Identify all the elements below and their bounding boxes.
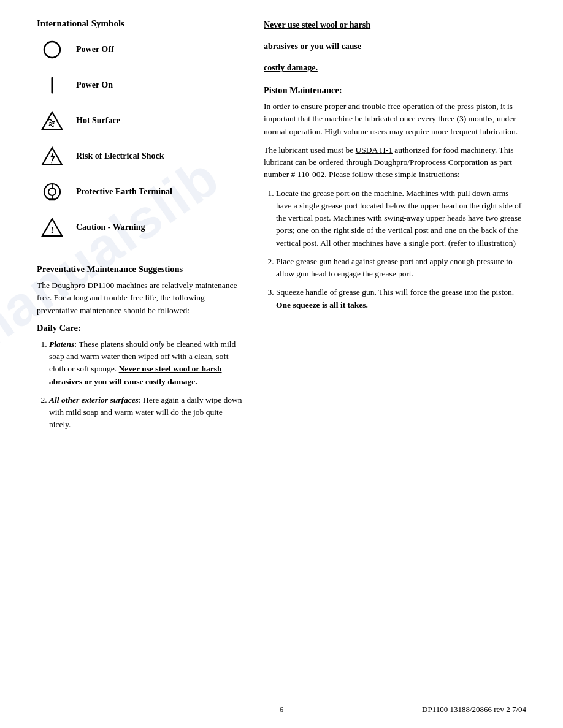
exterior-label: All other exterior surfaces: [49, 395, 139, 404]
caution-warning-icon: !: [37, 216, 67, 238]
piston-title: Piston Maintenance:: [264, 85, 526, 96]
svg-text:!: !: [51, 226, 54, 235]
power-on-label: Power On: [76, 80, 113, 90]
right-header: Never use steel wool or harsh abrasives …: [264, 18, 526, 74]
piston-usda: USDA H-1: [356, 145, 393, 154]
symbol-row-earth-terminal: Protective Earth Terminal: [37, 181, 245, 203]
right-header-line2: abrasives or you will cause: [264, 40, 526, 53]
svg-point-0: [44, 42, 60, 58]
piston-step-3: Squeeze handle of grease gun. This will …: [276, 286, 526, 311]
symbol-row-power-off: Power Off: [37, 39, 245, 61]
symbol-row-power-on: Power On: [37, 74, 245, 96]
power-off-label: Power Off: [76, 45, 114, 55]
piston-step-2: Place grease gun head against grease por…: [276, 256, 526, 281]
left-section-title: International Symbols: [37, 18, 245, 29]
earth-terminal-icon: [37, 181, 67, 203]
right-header-line3: costly damage.: [264, 61, 526, 74]
power-off-icon: [37, 39, 67, 61]
piston-step3-start: Squeeze handle of grease gun. This will …: [276, 287, 514, 297]
platens-only: only: [150, 339, 164, 349]
electrical-shock-icon: [37, 145, 67, 167]
daily-care-list: Platens: These platens should only be cl…: [37, 338, 245, 431]
right-header-line1: Never use steel wool or harsh: [264, 18, 526, 31]
platens-rest-1: : These platens should: [74, 339, 150, 349]
piston-step3-bold: One squeeze is all it takes.: [276, 300, 368, 309]
daily-care-item-1: Platens: These platens should only be cl…: [49, 338, 245, 388]
earth-terminal-label: Protective Earth Terminal: [76, 187, 172, 197]
symbol-row-electrical-shock: Risk of Electrical Shock: [37, 145, 245, 167]
daily-care-item-2: All other exterior surfaces: Here again …: [49, 394, 245, 431]
daily-care-title: Daily Care:: [37, 323, 245, 333]
svg-point-5: [48, 188, 56, 195]
platens-label: Platens: [49, 339, 74, 349]
symbol-row-caution: ! Caution - Warning: [37, 216, 245, 238]
symbol-row-hot-surface: Hot Surface: [37, 110, 245, 132]
piston-steps: Locate the grease port on the machine. M…: [264, 188, 526, 311]
footer-right: DP1100 13188/20866 rev 2 7/04: [422, 705, 526, 715]
electrical-shock-label: Risk of Electrical Shock: [76, 151, 164, 161]
preventative-title: Preventative Maintenance Suggestions: [37, 264, 245, 275]
power-on-icon: [37, 74, 67, 96]
piston-para2-start: The lubricant used must be: [264, 145, 356, 154]
piston-step-1: Locate the grease port on the machine. M…: [276, 188, 526, 249]
hot-surface-icon: [37, 110, 67, 132]
preventative-intro: The Doughpro DP1100 machines are relativ…: [37, 279, 245, 317]
caution-warning-label: Caution - Warning: [76, 222, 145, 232]
piston-para1: In order to ensure proper and trouble fr…: [264, 100, 526, 138]
piston-para2: The lubricant used must be USDA H-1 auth…: [264, 144, 526, 181]
hot-surface-label: Hot Surface: [76, 116, 120, 126]
